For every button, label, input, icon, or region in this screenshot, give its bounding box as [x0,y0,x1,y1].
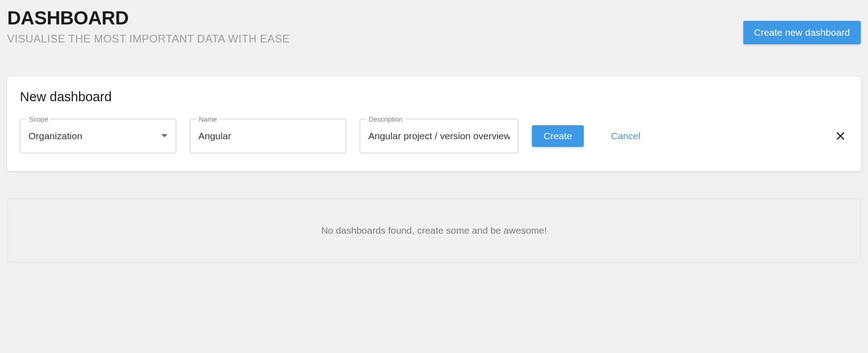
name-input[interactable] [198,131,338,141]
chevron-down-icon [161,134,168,137]
scope-value: Organization [28,131,168,141]
name-label: Name [197,115,219,123]
description-label: Description [366,115,405,123]
scope-select[interactable]: Scope Organization [20,119,176,153]
new-dashboard-panel: New dashboard Scope Organization Name De… [7,77,861,171]
cancel-button[interactable]: Cancel [606,125,645,147]
description-field-wrapper: Description [360,119,518,153]
close-icon [835,130,846,142]
close-button[interactable] [833,128,848,144]
empty-state-panel: No dashboards found, create some and be … [7,198,861,263]
create-new-dashboard-button[interactable]: Create new dashboard [743,21,861,44]
name-field-wrapper: Name [190,119,346,153]
page-subtitle: VISUALISE THE MOST IMPORTANT DATA WITH E… [7,33,743,45]
page-title: DASHBOARD [7,7,743,29]
panel-title: New dashboard [20,89,848,104]
description-input[interactable] [368,131,510,141]
scope-label: Scope [27,115,51,123]
empty-state-message: No dashboards found, create some and be … [17,225,851,236]
create-button[interactable]: Create [532,125,584,147]
